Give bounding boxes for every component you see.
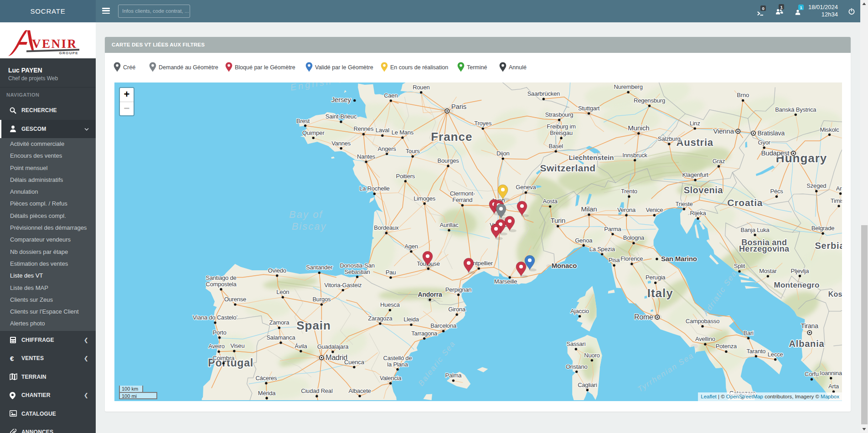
svg-text:France: France bbox=[431, 130, 472, 144]
svg-text:Kosovo: Kosovo bbox=[828, 290, 842, 298]
svg-text:Tarragona: Tarragona bbox=[411, 330, 438, 337]
svg-text:Cuenca: Cuenca bbox=[344, 359, 365, 366]
svg-text:Sebastian: Sebastian bbox=[345, 268, 370, 275]
svg-text:Austria: Austria bbox=[676, 137, 713, 148]
svg-text:Taranto: Taranto bbox=[746, 348, 765, 355]
svg-text:Mérida: Mérida bbox=[258, 390, 276, 397]
svg-text:Saint-Brieuc: Saint-Brieuc bbox=[326, 113, 357, 120]
svg-text:Bari: Bari bbox=[743, 330, 754, 336]
svg-text:Nuoro: Nuoro bbox=[584, 352, 599, 359]
svg-text:Regensburg: Regensburg bbox=[634, 97, 665, 104]
svg-text:Angers: Angers bbox=[378, 145, 397, 152]
svg-text:Santander: Santander bbox=[306, 264, 333, 271]
svg-text:Trieste: Trieste bbox=[676, 201, 693, 207]
svg-text:Saarbrücken: Saarbrücken bbox=[527, 90, 560, 97]
svg-text:San Marino: San Marino bbox=[661, 255, 697, 263]
svg-text:Dijon: Dijon bbox=[496, 150, 510, 157]
svg-text:Turin: Turin bbox=[550, 216, 565, 224]
svg-text:Bay of: Bay of bbox=[289, 209, 323, 220]
svg-text:Rouen: Rouen bbox=[413, 84, 429, 91]
svg-text:Gyor: Gyor bbox=[758, 139, 771, 146]
svg-text:Stuttgart: Stuttgart bbox=[578, 105, 600, 112]
svg-text:Oviedo: Oviedo bbox=[268, 267, 286, 274]
svg-text:Liechtenstein: Liechtenstein bbox=[568, 154, 614, 161]
svg-text:Porto: Porto bbox=[212, 329, 226, 336]
svg-text:Strasbourg: Strasbourg bbox=[545, 111, 574, 118]
svg-text:Spain: Spain bbox=[296, 319, 331, 332]
svg-text:Ávila: Ávila bbox=[294, 343, 307, 350]
svg-text:Tirana: Tirana bbox=[801, 322, 818, 330]
svg-text:Bratislava: Bratislava bbox=[758, 129, 785, 137]
svg-text:Ioannina: Ioannina bbox=[820, 370, 842, 376]
svg-text:Perugia: Perugia bbox=[646, 274, 666, 281]
svg-text:Huesca: Huesca bbox=[380, 301, 400, 308]
svg-text:Ajaccio: Ajaccio bbox=[570, 308, 589, 314]
svg-text:Palma: Palma bbox=[445, 372, 462, 379]
svg-text:GROUPE: GROUPE bbox=[59, 51, 78, 55]
svg-text:Munich: Munich bbox=[628, 124, 649, 132]
svg-text:Andorra: Andorra bbox=[418, 291, 442, 298]
svg-text:Campobasso: Campobasso bbox=[686, 318, 720, 325]
svg-text:La Spezia: La Spezia bbox=[589, 246, 615, 253]
svg-text:Szeged: Szeged bbox=[806, 182, 826, 189]
svg-text:Brno: Brno bbox=[737, 92, 749, 98]
svg-text:Aurillac: Aurillac bbox=[439, 222, 459, 228]
svg-text:Rome: Rome bbox=[634, 313, 653, 321]
svg-text:Rijeka: Rijeka bbox=[690, 210, 707, 216]
svg-text:Corfu: Corfu bbox=[805, 371, 819, 377]
svg-text:Quimper: Quimper bbox=[302, 129, 325, 136]
svg-text:Valencia: Valencia bbox=[380, 375, 402, 381]
svg-text:Burgos: Burgos bbox=[312, 296, 331, 303]
svg-text:Coimbra: Coimbra bbox=[212, 355, 235, 361]
svg-text:Nantes: Nantes bbox=[357, 153, 376, 160]
svg-text:Agen: Agen bbox=[404, 243, 418, 250]
svg-text:Genoa: Genoa bbox=[575, 237, 593, 244]
svg-text:Verona: Verona bbox=[617, 206, 636, 213]
svg-text:Limoges: Limoges bbox=[413, 195, 435, 202]
svg-text:Budapest: Budapest bbox=[761, 149, 790, 157]
svg-text:Rennes: Rennes bbox=[354, 125, 374, 132]
svg-text:Jersey: Jersey bbox=[331, 96, 351, 103]
svg-text:Caen: Caen bbox=[384, 92, 398, 99]
svg-text:Salzburg: Salzburg bbox=[658, 135, 681, 142]
svg-text:Ferrand: Ferrand bbox=[452, 196, 472, 203]
svg-text:Barcelona: Barcelona bbox=[430, 322, 457, 329]
svg-text:Ciudad Real: Ciudad Real bbox=[301, 387, 333, 394]
svg-text:Avellino: Avellino bbox=[695, 335, 715, 342]
svg-text:Trento: Trento bbox=[621, 188, 637, 195]
svg-text:Parma: Parma bbox=[604, 226, 621, 232]
svg-text:Oristano: Oristano bbox=[566, 363, 588, 370]
svg-text:Florence: Florence bbox=[620, 255, 643, 262]
svg-text:Santiago de: Santiago de bbox=[206, 274, 236, 281]
svg-text:Potenza: Potenza bbox=[716, 343, 737, 350]
svg-text:Ara: Ara bbox=[836, 185, 842, 192]
svg-text:Linz: Linz bbox=[690, 120, 700, 127]
svg-text:Venice: Venice bbox=[646, 206, 663, 213]
svg-text:Marseille: Marseille bbox=[494, 278, 517, 285]
svg-text:Breisgau: Breisgau bbox=[550, 129, 573, 136]
svg-text:€: € bbox=[10, 355, 14, 362]
svg-text:VENIR: VENIR bbox=[32, 37, 78, 51]
svg-text:Albania: Albania bbox=[789, 339, 825, 349]
svg-text:Vienna: Vienna bbox=[713, 127, 734, 135]
svg-text:Banská Bystrica: Banská Bystrica bbox=[775, 106, 816, 113]
svg-text:Slovenia: Slovenia bbox=[684, 185, 723, 195]
svg-text:Perpignan: Perpignan bbox=[445, 286, 471, 293]
svg-text:Bologna: Bologna bbox=[623, 234, 645, 241]
svg-text:Pau: Pau bbox=[386, 269, 396, 276]
svg-text:Geneva: Geneva bbox=[516, 184, 536, 191]
svg-text:Biscay: Biscay bbox=[292, 221, 327, 232]
svg-text:Ourense: Ourense bbox=[224, 296, 246, 303]
svg-text:Pljevlja: Pljevlja bbox=[791, 268, 810, 274]
svg-text:León: León bbox=[276, 289, 289, 295]
svg-text:Timişo: Timişo bbox=[831, 197, 842, 204]
svg-text:Cáceres: Cáceres bbox=[255, 375, 277, 381]
svg-text:Herzegovina: Herzegovina bbox=[739, 244, 790, 253]
svg-text:Vitoria-Gasteiz: Vitoria-Gasteiz bbox=[324, 282, 362, 289]
svg-text:Arta: Arta bbox=[828, 383, 839, 390]
svg-text:Freiburg im: Freiburg im bbox=[547, 123, 576, 130]
svg-text:Zaragoza: Zaragoza bbox=[368, 315, 393, 322]
svg-text:Montenegro: Montenegro bbox=[774, 281, 819, 289]
svg-text:Castelló de: Castelló de bbox=[383, 355, 412, 361]
svg-text:Klagenfurt: Klagenfurt bbox=[682, 171, 708, 178]
